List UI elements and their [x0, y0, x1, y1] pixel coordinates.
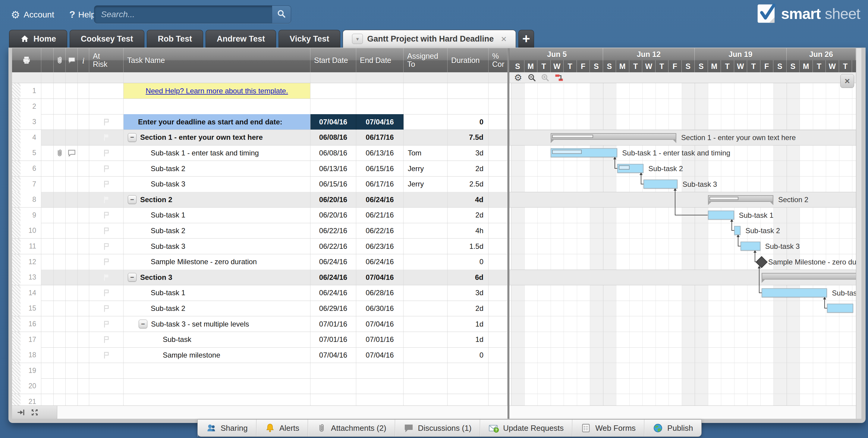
info-cell[interactable] [78, 332, 89, 348]
row-indicator-cell[interactable] [41, 332, 54, 348]
task-name-cell[interactable]: Sample milestone [124, 347, 310, 363]
start-date-cell[interactable]: 07/01/16 [310, 316, 356, 332]
comment-cell[interactable] [66, 207, 78, 223]
end-date-cell[interactable]: 06/28/16 [356, 285, 404, 301]
assigned-to-cell[interactable] [404, 114, 447, 130]
comment-cell[interactable] [66, 83, 78, 99]
duration-cell[interactable] [447, 363, 489, 379]
zoom-in-button[interactable] [539, 73, 551, 82]
at-risk-cell[interactable] [89, 301, 124, 316]
comment-cell[interactable] [66, 301, 78, 316]
at-risk-cell[interactable] [89, 130, 124, 145]
tab-andrew-test[interactable]: Andrew Test [206, 30, 276, 47]
assigned-to-cell[interactable] [404, 223, 447, 239]
gantt-vertical-scrollbar[interactable] [856, 48, 861, 419]
row-indicator-cell[interactable] [41, 176, 54, 192]
comment-cell[interactable] [66, 239, 78, 254]
task-name-cell[interactable]: −Section 1 - enter your own text here [124, 130, 310, 145]
start-date-cell[interactable] [310, 83, 356, 99]
comment-cell[interactable] [66, 223, 78, 239]
end-date-cell[interactable]: 07/04/16 [356, 316, 404, 332]
comment-cell[interactable] [66, 347, 78, 363]
comment-cell[interactable] [66, 254, 78, 270]
percent-complete-cell[interactable] [489, 347, 507, 363]
info-cell[interactable] [78, 83, 89, 99]
row-indicator-cell[interactable] [41, 254, 54, 270]
summary-bar[interactable] [708, 195, 774, 202]
end-date-cell[interactable]: 06/17/16 [356, 176, 404, 192]
start-date-cell[interactable]: 06/13/16 [310, 161, 356, 176]
attachment-cell[interactable] [54, 176, 66, 192]
task-bar[interactable] [617, 164, 644, 173]
comment-cell[interactable] [66, 192, 78, 207]
info-cell[interactable] [78, 161, 89, 176]
start-date-cell[interactable]: 06/08/16 [310, 130, 356, 145]
end-date-cell[interactable]: 06/24/16 [356, 192, 404, 207]
start-date-cell[interactable] [310, 363, 356, 379]
info-cell[interactable] [78, 378, 89, 394]
start-date-cell[interactable]: 06/24/16 [310, 285, 356, 301]
attachment-cell[interactable] [54, 223, 66, 239]
percent-complete-cell[interactable] [489, 254, 507, 270]
duration-cell[interactable]: 2d [447, 207, 489, 223]
comment-cell[interactable] [66, 130, 78, 145]
task-name-cell[interactable]: Sub-task 3 [124, 176, 310, 192]
row-indicator-cell[interactable] [41, 363, 54, 379]
assigned-to-cell[interactable] [404, 316, 447, 332]
task-name-cell[interactable]: Sub-task [124, 332, 310, 348]
toolbar-attachments-[interactable]: Attachments (2) [308, 419, 395, 437]
at-risk-cell[interactable] [89, 99, 124, 114]
task-bar[interactable] [762, 288, 827, 297]
percent-complete-cell[interactable] [489, 83, 507, 99]
info-cell[interactable] [78, 223, 89, 239]
summary-bar[interactable] [551, 133, 677, 140]
close-gantt-button[interactable]: × [840, 74, 854, 88]
tab-cooksey-test[interactable]: Cooksey Test [70, 30, 144, 47]
row-indicator-cell[interactable] [41, 270, 54, 285]
attachment-cell[interactable] [54, 332, 66, 348]
chevron-down-icon[interactable]: ▼ [352, 34, 363, 44]
assigned-to-cell[interactable]: Jerry [404, 176, 447, 192]
toolbar-publish[interactable]: Publish [644, 419, 701, 437]
at-risk-cell[interactable] [89, 316, 124, 332]
duration-cell[interactable]: 0 [447, 114, 489, 130]
row-number-1[interactable]: 1 [12, 83, 41, 99]
comment-outline-icon[interactable] [67, 148, 76, 158]
row-indicator-cell[interactable] [41, 285, 54, 301]
end-date-cell[interactable]: 06/15/16 [356, 161, 404, 176]
column-header-icon4[interactable]: i [78, 48, 89, 72]
duration-cell[interactable] [447, 378, 489, 394]
end-date-cell[interactable]: 06/13/16 [356, 145, 404, 161]
task-bar[interactable] [708, 210, 734, 220]
row-number-6[interactable]: 6 [12, 161, 41, 176]
at-risk-cell[interactable] [89, 347, 124, 363]
at-risk-cell[interactable] [89, 378, 124, 394]
at-risk-cell[interactable] [89, 192, 124, 207]
assigned-to-cell[interactable] [404, 192, 447, 207]
at-risk-cell[interactable] [89, 145, 124, 161]
toolbar-discussions-[interactable]: Discussions (1) [395, 419, 480, 437]
start-date-cell[interactable]: 06/20/16 [310, 192, 356, 207]
end-date-cell[interactable] [356, 83, 404, 99]
end-date-cell[interactable]: 07/04/16 [356, 270, 404, 285]
close-icon[interactable]: × [501, 33, 507, 44]
grid-horizontal-scroll-strip[interactable] [12, 405, 507, 419]
comment-cell[interactable] [66, 270, 78, 285]
end-date-cell[interactable]: 07/04/16 [356, 347, 404, 363]
attachment-cell[interactable] [54, 99, 66, 114]
at-risk-cell[interactable] [89, 161, 124, 176]
row-indicator-cell[interactable] [41, 378, 54, 394]
duration-cell[interactable]: 0 [447, 347, 489, 363]
duration-cell[interactable]: 1d [447, 332, 489, 348]
task-name-cell[interactable]: Sub-task 2 [124, 161, 310, 176]
summary-bar[interactable] [762, 273, 856, 279]
percent-complete-cell[interactable] [489, 176, 507, 192]
end-date-cell[interactable] [356, 99, 404, 114]
row-indicator-cell[interactable] [41, 99, 54, 114]
collapse-toggle[interactable]: − [138, 319, 147, 328]
row-indicator-cell[interactable] [41, 223, 54, 239]
start-date-cell[interactable]: 07/04/16 [310, 347, 356, 363]
info-cell[interactable] [78, 207, 89, 223]
percent-complete-cell[interactable] [489, 316, 507, 332]
comment-cell[interactable] [66, 285, 78, 301]
